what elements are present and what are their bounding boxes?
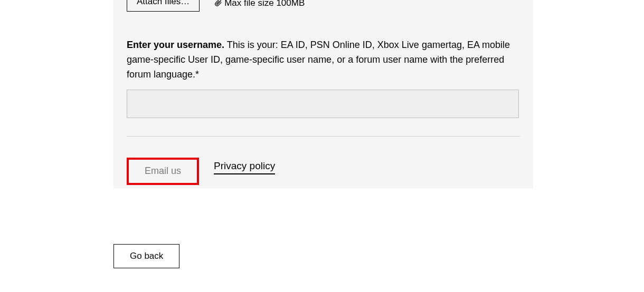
max-file-size-label: Max file size 100MB — [214, 0, 305, 8]
username-input[interactable] — [127, 90, 519, 118]
paperclip-icon — [214, 0, 222, 8]
divider — [127, 136, 520, 137]
max-file-size-text: Max file size 100MB — [224, 0, 305, 8]
email-us-button[interactable]: Email us — [127, 158, 199, 185]
privacy-policy-link[interactable]: Privacy policy — [214, 160, 275, 174]
username-block: Enter your username. This is your: EA ID… — [127, 38, 520, 118]
attach-files-button[interactable]: Attach files… — [127, 0, 200, 12]
actions-row: Email us Privacy policy — [127, 158, 520, 185]
username-label-bold: Enter your username. — [127, 40, 224, 50]
form-panel: Attach files… Max file size 100MB Enter … — [113, 0, 533, 189]
attach-row: Attach files… Max file size 100MB — [127, 0, 520, 12]
go-back-button[interactable]: Go back — [113, 244, 179, 268]
username-label: Enter your username. This is your: EA ID… — [127, 38, 520, 82]
